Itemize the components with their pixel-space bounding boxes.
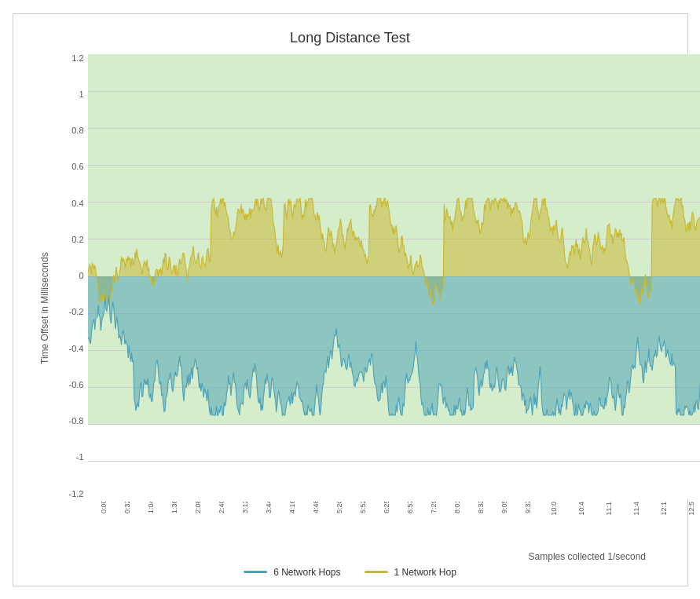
plot-area-wrapper: 1.210.80.60.40.20-0.2-0.4-0.6-0.8-1-1.2 [60,54,701,499]
legend-item: 6 Network Hops [244,567,340,578]
y-ticks: 1.210.80.60.40.20-0.2-0.4-0.6-0.8-1-1.2 [60,54,88,499]
y-tick: -1 [60,453,84,462]
x-axis-area: 0:00:010:32:061:04:111:36:162:08:212:40:… [60,499,701,545]
legend-label: 6 Network Hops [273,567,340,578]
x-axis-label: Samples collected 1/second [60,551,701,562]
chart-svg [88,54,701,499]
y-tick: -0.2 [60,308,84,316]
y-tick: -0.6 [60,381,84,389]
x-tick: 12:50:01 [687,502,700,516]
plot-canvas [88,54,701,499]
y-tick: -1.2 [60,490,84,499]
chart-title: Long Distance Test [290,30,410,46]
legend-line [244,571,267,573]
y-tick: 0.2 [60,236,84,244]
y-tick: 0.6 [60,163,84,171]
y-tick: -0.4 [60,345,84,353]
6-hop-area [88,276,701,415]
legend-line [365,571,388,573]
x-ticks: 0:00:010:32:061:04:111:36:162:08:212:40:… [88,502,701,545]
y-tick: 0 [60,272,84,280]
chart-body: Time Offset in Milliseconds 1.210.80.60.… [29,54,672,562]
y-tick: -0.8 [60,417,84,426]
y-tick: 0.4 [60,199,84,208]
chart-right: 1.210.80.60.40.20-0.2-0.4-0.6-0.8-1-1.2 … [60,54,701,562]
y-tick: 1 [60,90,84,99]
legend: 6 Network Hops1 Network Hop [244,567,456,578]
legend-label: 1 Network Hop [394,567,456,578]
legend-item: 1 Network Hop [365,567,456,578]
y-axis-label: Time Offset in Milliseconds [29,54,60,562]
y-tick: 1.2 [60,54,84,63]
chart-container: Long Distance Test Time Offset in Millis… [13,13,688,586]
y-tick: 0.8 [60,126,84,135]
